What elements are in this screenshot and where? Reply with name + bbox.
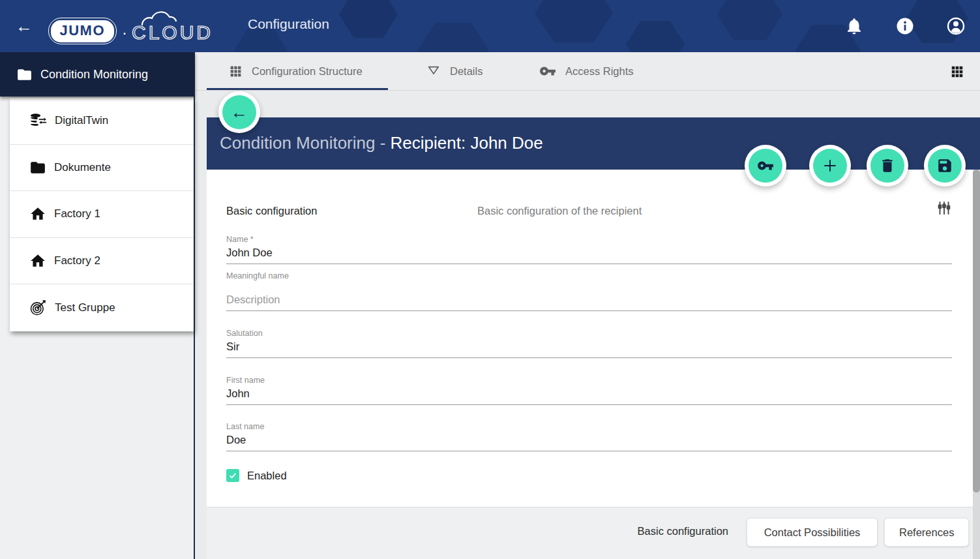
sidebar-item-factory-2[interactable]: Factory 2 <box>10 238 194 285</box>
scrollbar-thumb[interactable] <box>973 170 980 492</box>
trash-icon <box>879 157 896 174</box>
apps-grid-icon[interactable] <box>950 65 964 79</box>
sidebar: Condition Monitoring DigitalTwin <box>0 52 195 559</box>
main-content: ← Condition Monitoring - Recipient: John… <box>195 91 980 559</box>
section-subtitle: Basic configuration of the recipient <box>477 205 642 217</box>
key-icon <box>757 157 774 174</box>
scrollbar-track[interactable] <box>973 170 980 559</box>
field-salutation: Salutation <box>226 329 952 358</box>
svg-text:CLOUD: CLOUD <box>132 22 212 43</box>
tab-label: Configuration Structure <box>252 65 363 78</box>
top-app-bar: ← JUMO · CLOUD Configuration <box>0 0 980 52</box>
field-label: Last name <box>226 422 952 431</box>
cloud-logo: CLOUD <box>130 5 212 46</box>
content-header-title: Condition Monitoring - Recipient: John D… <box>220 133 543 153</box>
tune-icon[interactable] <box>936 200 953 217</box>
home-icon <box>29 205 46 222</box>
contact-possibilities-button[interactable]: Contact Possibilities <box>747 518 878 547</box>
sidebar-item-label: DigitalTwin <box>55 114 108 127</box>
plus-icon <box>822 157 839 174</box>
jumo-logo-text: JUMO <box>60 22 106 38</box>
sidebar-header-label: Condition Monitoring <box>40 68 148 82</box>
form-card: Basic configuration Basic configuration … <box>207 170 980 507</box>
field-label: Salutation <box>226 329 952 338</box>
account-icon[interactable] <box>946 16 966 36</box>
save-button[interactable] <box>924 145 966 187</box>
field-first-name: First name <box>226 376 952 405</box>
sidebar-item-factory-1[interactable]: Factory 1 <box>10 191 194 238</box>
tab-label: Details <box>450 65 483 78</box>
target-icon <box>29 299 47 316</box>
meaningful-name-input[interactable] <box>226 280 952 311</box>
sidebar-header-condition-monitoring[interactable]: Condition Monitoring <box>0 52 195 97</box>
topbar-back-icon[interactable]: ← <box>14 16 34 37</box>
sidebar-item-digitaltwin[interactable]: DigitalTwin <box>10 98 194 145</box>
tab-access-rights[interactable]: Access Rights <box>539 52 634 90</box>
current-section-label: Basic configuration <box>638 525 728 537</box>
sidebar-item-label: Factory 1 <box>54 207 100 220</box>
checkbox-label: Enabled <box>247 470 287 482</box>
folder-icon <box>16 67 33 83</box>
checkbox-checked-icon[interactable] <box>226 469 239 482</box>
delete-button[interactable] <box>867 145 908 187</box>
add-button[interactable] <box>809 145 851 187</box>
key-icon <box>539 63 556 80</box>
content-header: Condition Monitoring - Recipient: John D… <box>207 117 980 170</box>
salutation-input[interactable] <box>226 338 952 358</box>
sidebar-item-label: Factory 2 <box>54 254 100 267</box>
content-back-button[interactable]: ← <box>218 91 260 133</box>
breadcrumb: Condition Monitoring - <box>220 133 391 153</box>
jumo-logo: JUMO <box>48 18 117 44</box>
field-label: Meaningful name <box>226 271 952 280</box>
tab-configuration-structure[interactable]: Configuration Structure <box>229 52 363 90</box>
folder-icon <box>29 159 46 176</box>
field-label: Name * <box>226 235 952 244</box>
field-label: First name <box>226 376 952 385</box>
grid-icon <box>229 65 243 78</box>
save-icon <box>936 157 953 174</box>
active-tab-underline <box>207 88 388 90</box>
field-last-name: Last name <box>226 422 952 451</box>
tab-details[interactable]: Details <box>426 52 483 90</box>
info-icon[interactable] <box>895 16 915 36</box>
sidebar-item-dokumente[interactable]: Dokumente <box>10 145 194 192</box>
bottom-section-bar: Basic configuration Contact Possibilitie… <box>207 507 980 559</box>
access-key-button[interactable] <box>745 145 786 187</box>
sidebar-item-test-gruppe[interactable]: Test Gruppe <box>10 284 194 331</box>
funnel-icon <box>426 64 441 78</box>
references-button[interactable]: References <box>884 518 969 547</box>
section-title: Basic configuration <box>226 205 317 217</box>
field-meaningful-name: Meaningful name <box>226 271 952 311</box>
tab-bar: Configuration Structure Details Access R… <box>195 52 980 91</box>
sidebar-divider <box>194 52 195 559</box>
tab-label: Access Rights <box>565 65 634 78</box>
sidebar-item-label: Dokumente <box>54 161 111 174</box>
jumo-cloud-app: ← JUMO · CLOUD Configuration <box>0 0 980 559</box>
name-input[interactable] <box>226 244 952 264</box>
back-arrow-icon[interactable]: ← <box>222 95 256 129</box>
page-title: Configuration <box>248 16 329 32</box>
bell-icon[interactable] <box>844 16 864 36</box>
enabled-checkbox-row[interactable]: Enabled <box>226 469 287 482</box>
logo-separator: · <box>122 23 127 42</box>
sidebar-list: DigitalTwin Dokumente Factory 1 Factory … <box>10 98 194 331</box>
home-icon <box>29 252 46 269</box>
digital-twin-icon <box>29 112 47 130</box>
sidebar-item-label: Test Gruppe <box>55 301 115 314</box>
field-name: Name * <box>226 235 952 264</box>
first-name-input[interactable] <box>226 385 952 405</box>
last-name-input[interactable] <box>226 431 952 451</box>
